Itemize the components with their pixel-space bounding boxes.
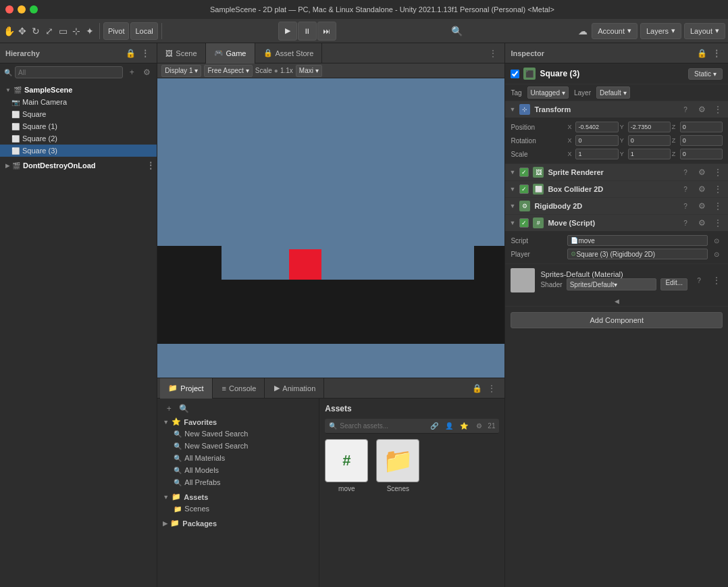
hierarchy-add-icon[interactable]: + bbox=[126, 66, 138, 78]
hierarchy-menu-icon[interactable]: ⋮ bbox=[139, 47, 151, 59]
collider-settings-icon[interactable]: ⚙ bbox=[696, 183, 708, 195]
display-dropdown[interactable]: Display 1 ▾ bbox=[161, 65, 201, 77]
project-tab[interactable]: 📁 Project bbox=[160, 378, 212, 399]
project-search-icon[interactable]: 🔍 bbox=[178, 403, 190, 415]
hierarchy-item-square3[interactable]: ⬜ Square (3) bbox=[0, 145, 157, 157]
hierarchy-item-dontdestroy[interactable]: ▶ 🎬 DontDestroyOnLoad ⋮ bbox=[0, 159, 157, 172]
collider-help-icon[interactable]: ? bbox=[679, 183, 692, 195]
game-tab[interactable]: 🎮 Game bbox=[206, 43, 255, 63]
custom-tool-icon[interactable]: ✦ bbox=[84, 25, 96, 37]
scenes-item[interactable]: 📁 Scenes bbox=[157, 503, 319, 515]
saved-search-1[interactable]: 🔍 New Saved Search bbox=[157, 428, 319, 440]
all-models-item[interactable]: 🔍 All Models bbox=[157, 464, 319, 476]
account-dropdown[interactable]: Account ▾ bbox=[592, 23, 638, 39]
rot-z-value[interactable]: 0 bbox=[680, 135, 723, 146]
box-collider-header[interactable]: ▼ ✓ ⬜ Box Collider 2D ? ⚙ ⋮ bbox=[505, 181, 728, 197]
layer-dropdown[interactable]: Default ▾ bbox=[596, 86, 630, 99]
script-target-icon[interactable]: ⊙ bbox=[710, 234, 723, 247]
transform-settings-icon[interactable]: ⚙ bbox=[696, 103, 708, 116]
pivot-button[interactable]: Pivot bbox=[103, 22, 129, 40]
rotate-tool-icon[interactable]: ↻ bbox=[30, 25, 42, 37]
scale-x-value[interactable]: 1 bbox=[575, 149, 618, 159]
rigidbody-settings-icon[interactable]: ⚙ bbox=[696, 200, 708, 212]
scene-menu-icon[interactable]: ⋮ bbox=[487, 47, 499, 59]
scale-y-value[interactable]: 1 bbox=[628, 149, 671, 159]
sprite-settings-icon[interactable]: ⚙ bbox=[696, 166, 708, 178]
move-tool-icon[interactable]: ✥ bbox=[16, 25, 28, 37]
layers-dropdown[interactable]: Layers ▾ bbox=[640, 23, 681, 39]
scale-z-value[interactable]: 0 bbox=[680, 149, 723, 159]
hierarchy-search-input[interactable] bbox=[15, 66, 123, 78]
hierarchy-item-square[interactable]: ⬜ Square bbox=[0, 108, 157, 120]
dontdestroy-menu-icon[interactable]: ⋮ bbox=[145, 159, 157, 172]
object-active-checkbox[interactable] bbox=[511, 70, 519, 78]
sprite-active-icon[interactable]: ✓ bbox=[519, 168, 529, 177]
minimize-button[interactable] bbox=[18, 5, 26, 14]
collab-icon[interactable]: 🔗 bbox=[428, 420, 440, 432]
player-target-icon[interactable]: ⊙ bbox=[710, 248, 723, 260]
pause-button[interactable]: ⏸ bbox=[298, 22, 317, 41]
favorites-group[interactable]: ▼ ⭐ Favorites bbox=[157, 416, 319, 428]
player-value-field[interactable]: ⚙ Square (3) (Rigidbody 2D) bbox=[567, 249, 708, 259]
add-component-button[interactable]: Add Component bbox=[511, 312, 723, 328]
assets-group[interactable]: ▼ 📁 Assets bbox=[157, 491, 319, 503]
shader-dropdown[interactable]: Sprites/Default ▾ bbox=[567, 278, 657, 290]
console-tab[interactable]: ≡ Console bbox=[214, 378, 265, 399]
transform-menu-icon[interactable]: ⋮ bbox=[712, 103, 724, 116]
move-active-icon[interactable]: ✓ bbox=[519, 218, 529, 228]
animation-tab[interactable]: ▶ Animation bbox=[266, 378, 324, 399]
layout-dropdown[interactable]: Layout ▾ bbox=[684, 23, 725, 39]
sprite-help-icon[interactable]: ? bbox=[679, 166, 692, 178]
saved-search-2[interactable]: 🔍 New Saved Search bbox=[157, 440, 319, 452]
hierarchy-lock-icon[interactable]: 🔒 bbox=[124, 47, 136, 59]
assets-search-input[interactable] bbox=[340, 422, 425, 430]
inspector-menu-icon[interactable]: ⋮ bbox=[710, 47, 723, 59]
play-button[interactable]: ▶ bbox=[278, 22, 297, 41]
asset-scenes-folder[interactable]: 📁 Scenes bbox=[376, 439, 419, 492]
tag-dropdown[interactable]: Untagged ▾ bbox=[527, 86, 569, 99]
rigidbody-menu-icon[interactable]: ⋮ bbox=[712, 200, 724, 212]
transform-help-icon[interactable]: ? bbox=[679, 103, 692, 116]
transform-header[interactable]: ▼ ⊹ Transform ? ⚙ ⋮ bbox=[505, 101, 728, 118]
cloud-icon[interactable]: ☁ bbox=[577, 25, 589, 37]
material-help-icon[interactable]: ? bbox=[693, 274, 705, 286]
hierarchy-item-samplescene[interactable]: ▼ 🎬 SampleScene bbox=[0, 84, 157, 96]
maximize-button[interactable] bbox=[30, 5, 38, 14]
close-button[interactable] bbox=[5, 5, 14, 14]
move-script-header[interactable]: ▼ ✓ # Move (Script) ? ⚙ ⋮ bbox=[505, 215, 728, 231]
pos-x-value[interactable]: -0.5402 bbox=[575, 122, 618, 132]
pos-z-value[interactable]: 0 bbox=[680, 122, 723, 132]
assets-options-icon[interactable]: ⚙ bbox=[473, 420, 485, 432]
scene-tab[interactable]: 🖼 Scene bbox=[157, 43, 205, 63]
rect-tool-icon[interactable]: ▭ bbox=[57, 25, 69, 37]
star-filter-icon[interactable]: ⭐ bbox=[458, 420, 470, 432]
project-add-icon[interactable]: + bbox=[163, 403, 175, 415]
rigidbody-header[interactable]: ▼ ⚙ Rigidbody 2D ? ⚙ ⋮ bbox=[505, 198, 728, 214]
hierarchy-options-icon[interactable]: ⚙ bbox=[140, 66, 153, 78]
move-help-icon[interactable]: ? bbox=[679, 217, 692, 229]
transform-tool-icon[interactable]: ⊹ bbox=[70, 25, 82, 37]
rot-x-value[interactable]: 0 bbox=[575, 135, 618, 146]
maximize-dropdown[interactable]: Maxi ▾ bbox=[296, 65, 322, 77]
script-value-field[interactable]: 📄 move bbox=[567, 235, 708, 246]
collider-menu-icon[interactable]: ⋮ bbox=[712, 183, 724, 195]
rigidbody-help-icon[interactable]: ? bbox=[679, 200, 692, 212]
move-settings-icon[interactable]: ⚙ bbox=[696, 217, 708, 229]
sprite-renderer-header[interactable]: ▼ ✓ 🖼 Sprite Renderer ? ⚙ ⋮ bbox=[505, 164, 728, 180]
edit-material-button[interactable]: Edit... bbox=[660, 278, 687, 290]
all-materials-item[interactable]: 🔍 All Materials bbox=[157, 452, 319, 464]
packages-group[interactable]: ▶ 📁 Packages bbox=[157, 517, 319, 529]
hierarchy-item-square2[interactable]: ⬜ Square (2) bbox=[0, 132, 157, 145]
filter-icon[interactable]: 👤 bbox=[443, 420, 455, 432]
rot-y-value[interactable]: 0 bbox=[628, 135, 671, 146]
asset-move-script[interactable]: # move bbox=[325, 439, 368, 492]
hand-tool-icon[interactable]: ✋ bbox=[3, 25, 15, 37]
aspect-dropdown[interactable]: Free Aspect ▾ bbox=[204, 65, 252, 77]
pos-y-value[interactable]: -2.7350 bbox=[628, 122, 671, 132]
step-button[interactable]: ⏭ bbox=[317, 22, 336, 41]
asset-store-tab[interactable]: 🔒 Asset Store bbox=[255, 43, 323, 63]
hierarchy-item-square1[interactable]: ⬜ Square (1) bbox=[0, 120, 157, 132]
move-menu-icon[interactable]: ⋮ bbox=[712, 217, 724, 229]
lock-icon[interactable]: 🔒 bbox=[471, 382, 483, 394]
hierarchy-item-maincamera[interactable]: 📷 Main Camera bbox=[0, 96, 157, 108]
